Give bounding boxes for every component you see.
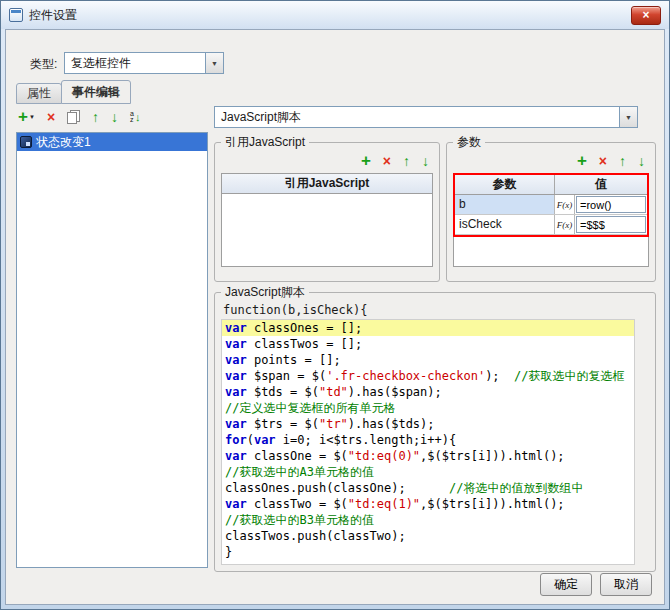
- code-line[interactable]: var classOnes = [];: [222, 320, 634, 336]
- arrow-down-icon: ↓: [638, 154, 645, 168]
- arrow-up-icon: ↑: [619, 154, 626, 168]
- javascript-group-title: JavaScript脚本: [221, 284, 309, 301]
- copy-icon: [67, 110, 80, 124]
- delete-reference-button[interactable]: ×: [383, 154, 391, 168]
- formula-fx-button[interactable]: F(x): [555, 195, 575, 214]
- value-column-header: 值: [555, 175, 647, 194]
- reference-js-table[interactable]: 引用JavaScript: [221, 173, 433, 267]
- params-group-title: 参数: [453, 134, 485, 151]
- script-type-dropdown[interactable]: JavaScript脚本 ▼: [214, 106, 638, 128]
- code-line[interactable]: //定义选中复选框的所有单元格: [222, 400, 634, 416]
- delete-param-button[interactable]: ×: [599, 154, 607, 168]
- arrow-down-icon: ↓: [422, 154, 429, 168]
- type-dropdown-value: 复选框控件: [65, 55, 131, 72]
- code-line[interactable]: classTwos.push(classTwo);: [222, 528, 634, 544]
- code-line[interactable]: for(var i=0; i<$trs.length;i++){: [222, 432, 634, 448]
- delete-icon: ×: [383, 154, 391, 168]
- annotation-highlight-box: 参数 值 b F(x) isCheck F(x): [453, 173, 649, 237]
- script-type-dropdown-arrow[interactable]: ▼: [619, 107, 637, 127]
- plus-icon: +: [361, 154, 371, 168]
- move-down-button[interactable]: ↓: [111, 110, 118, 124]
- plus-icon: +: [577, 154, 587, 168]
- sort-icon: az ↓: [130, 110, 140, 124]
- tab-strip: 属性 事件编辑: [16, 80, 130, 104]
- param-row: isCheck F(x): [455, 215, 647, 235]
- code-line[interactable]: var $tds = $("td").has($span);: [222, 384, 634, 400]
- tab-event-edit[interactable]: 事件编辑: [61, 80, 131, 104]
- type-label: 类型:: [30, 56, 57, 73]
- reference-move-down-button[interactable]: ↓: [422, 154, 429, 168]
- type-dropdown[interactable]: 复选框控件 ▼: [64, 52, 224, 74]
- dialog-body: 类型: 复选框控件 ▼ 属性 事件编辑 + ▼ × ↑ ↓ az ↓: [5, 29, 665, 605]
- code-lines: var classOnes = [];var classTwos = [];va…: [222, 320, 634, 560]
- close-button[interactable]: ×: [631, 6, 661, 25]
- params-toolbar: + × ↑ ↓: [447, 151, 655, 171]
- footer-buttons: 确定 取消: [540, 573, 652, 596]
- chevron-down-icon: ▼: [211, 60, 218, 67]
- code-line[interactable]: var $trs = $("tr").has($tds);: [222, 416, 634, 432]
- delete-icon: ×: [599, 154, 607, 168]
- param-value-cell: [575, 195, 647, 214]
- code-editor[interactable]: var classOnes = [];var classTwos = [];va…: [221, 319, 635, 565]
- code-line[interactable]: var classTwo = $("td:eq(1)",$($trs[i])).…: [222, 496, 634, 512]
- reference-js-table-header: 引用JavaScript: [222, 174, 432, 194]
- event-item-label: 状态改变1: [36, 134, 91, 151]
- close-icon: ×: [642, 8, 649, 22]
- cancel-button[interactable]: 取消: [600, 573, 652, 596]
- event-list-item[interactable]: 状态改变1: [17, 133, 207, 151]
- event-list[interactable]: 状态改变1: [16, 132, 208, 568]
- param-column-header: 参数: [455, 175, 555, 194]
- move-up-button[interactable]: ↑: [92, 110, 99, 124]
- dialog-icon: [9, 8, 23, 22]
- event-icon: [20, 136, 32, 148]
- param-value-input[interactable]: [576, 216, 646, 233]
- javascript-group: JavaScript脚本 function(b,isCheck){ var cl…: [214, 284, 656, 572]
- code-line[interactable]: var points = [];: [222, 352, 634, 368]
- function-signature: function(b,isCheck){: [215, 301, 655, 319]
- reference-js-group: 引用JavaScript + × ↑ ↓ 引用JavaScript: [214, 134, 440, 282]
- code-line[interactable]: var $span = $('.fr-checkbox-checkon'); /…: [222, 368, 634, 384]
- code-line[interactable]: }: [222, 544, 634, 560]
- arrow-up-icon: ↑: [92, 110, 99, 124]
- param-value-cell: [575, 215, 647, 234]
- reference-move-up-button[interactable]: ↑: [403, 154, 410, 168]
- params-group: 参数 + × ↑ ↓ 参数 值 b F(x): [446, 134, 656, 282]
- dialog-window: 控件设置 × 类型: 复选框控件 ▼ 属性 事件编辑 + ▼ × ↑ ↓ az …: [0, 0, 670, 610]
- reference-js-toolbar: + × ↑ ↓: [215, 151, 439, 171]
- param-row: b F(x): [455, 195, 647, 215]
- delete-event-button[interactable]: ×: [47, 110, 55, 124]
- add-reference-button[interactable]: +: [361, 154, 371, 168]
- chevron-down-icon: ▼: [29, 114, 35, 120]
- code-line[interactable]: classOnes.push(classOne); //将选中的值放到数组中: [222, 480, 634, 496]
- dialog-title: 控件设置: [29, 7, 77, 24]
- code-line[interactable]: //获取选中的B3单元格的值: [222, 512, 634, 528]
- copy-event-button[interactable]: [67, 110, 80, 124]
- param-name-cell[interactable]: b: [455, 195, 555, 214]
- params-table[interactable]: 参数 值 b F(x) isCheck F(x): [453, 173, 649, 267]
- arrow-up-icon: ↑: [403, 154, 410, 168]
- code-line[interactable]: var classTwos = [];: [222, 336, 634, 352]
- sort-letter-z: z: [130, 117, 134, 123]
- ok-button[interactable]: 确定: [540, 573, 592, 596]
- sort-button[interactable]: az ↓: [130, 110, 140, 124]
- params-table-header-row: 参数 值: [455, 175, 647, 195]
- reference-js-group-title: 引用JavaScript: [221, 134, 309, 151]
- add-param-button[interactable]: +: [577, 154, 587, 168]
- param-value-input[interactable]: [576, 196, 646, 213]
- code-line[interactable]: var classOne = $("td:eq(0)",$($trs[i])).…: [222, 448, 634, 464]
- arrow-down-icon: ↓: [111, 110, 118, 124]
- type-dropdown-arrow[interactable]: ▼: [205, 53, 223, 73]
- tab-properties[interactable]: 属性: [16, 83, 62, 104]
- param-move-up-button[interactable]: ↑: [619, 154, 626, 168]
- add-event-button[interactable]: + ▼: [18, 110, 35, 124]
- param-name-cell[interactable]: isCheck: [455, 215, 555, 234]
- chevron-down-icon: ▼: [625, 114, 632, 121]
- titlebar: 控件设置 ×: [1, 1, 669, 29]
- plus-icon: +: [18, 110, 28, 124]
- formula-fx-button[interactable]: F(x): [555, 215, 575, 234]
- delete-icon: ×: [47, 110, 55, 124]
- code-line[interactable]: //获取选中的A3单元格的值: [222, 464, 634, 480]
- param-move-down-button[interactable]: ↓: [638, 154, 645, 168]
- arrow-down-icon: ↓: [135, 110, 141, 124]
- event-toolbar: + ▼ × ↑ ↓ az ↓: [18, 106, 140, 128]
